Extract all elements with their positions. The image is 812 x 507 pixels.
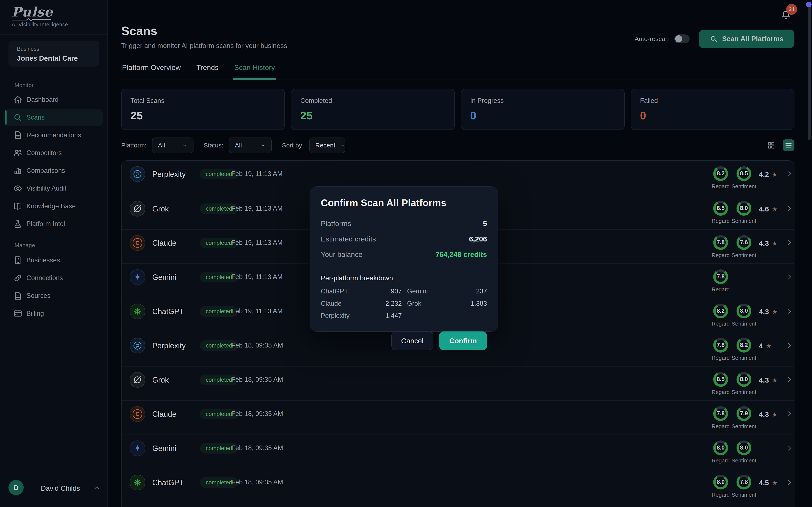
scan-metrics: 8.0Regard7.8Sentiment4.5★ <box>709 469 793 503</box>
chevron-up-icon[interactable] <box>93 485 100 492</box>
scan-metrics: 8.2Regard8.0Sentiment4.3★ <box>709 298 793 332</box>
perplexity-logo-icon <box>130 166 145 182</box>
sidebar-item-label: Recommendations <box>27 131 81 139</box>
star-rating: 4.3★ <box>759 410 784 418</box>
notification-badge[interactable]: 31 <box>786 4 797 15</box>
scan-row[interactable]: ✦GeminicompletedFeb 18, 09:35 AM8.0Regar… <box>121 435 794 469</box>
business-selector[interactable]: Business Jones Dental Care <box>8 41 99 66</box>
gauge-value: 7.8 <box>717 239 725 246</box>
breakdown-platform: Gemini <box>402 287 444 295</box>
modal-row-label: Estimated credits <box>321 235 376 243</box>
sidebar-item-billing[interactable]: Billing <box>0 304 108 322</box>
chevron-right-icon[interactable] <box>785 478 793 487</box>
sidebar-item-label: Businesses <box>27 257 60 264</box>
scan-row[interactable]: GrokcompletedFeb 18, 09:35 AM8.5Regard8.… <box>121 366 794 400</box>
platform-name: ChatGPT <box>152 307 184 316</box>
nav-section-label: Manage <box>14 242 35 249</box>
rating-value: 4.2 <box>759 170 769 178</box>
breakdown-credits: 2,232 <box>359 300 402 307</box>
sidebar-item-label: Dashboard <box>27 96 59 104</box>
page-subtitle: Trigger and monitor AI platform scans fo… <box>121 42 287 50</box>
chevron-right-icon[interactable] <box>785 342 793 350</box>
chevron-right-icon[interactable] <box>785 273 793 282</box>
sentiment-gauge: 7.8Sentiment <box>732 475 756 498</box>
platform-name: Perplexity <box>152 170 186 179</box>
status-filter-value: All <box>235 142 242 149</box>
regard-gauge: 7.8Regard <box>709 269 732 293</box>
gauge-value: 8.5 <box>717 205 725 212</box>
chevron-right-icon[interactable] <box>785 307 793 316</box>
sidebar-item-recommendations[interactable]: Recommendations <box>0 126 108 144</box>
scan-metrics: 8.2Regard8.5Sentiment4.2★ <box>709 161 793 195</box>
user-menu[interactable]: D David Childs <box>0 472 108 507</box>
pulse-logo: Pulse <box>12 4 53 21</box>
scan-date: Feb 18, 09:35 AM <box>231 376 283 383</box>
rating-value: 4.3 <box>759 239 769 247</box>
sidebar-item-label: Platform Intel <box>27 220 65 228</box>
gemini-logo-icon: ✦ <box>130 441 145 456</box>
rating-value: 4.3 <box>759 410 769 418</box>
grid-view-button[interactable] <box>765 139 777 151</box>
scan-metrics: 8.5Regard8.0Sentiment4.3★ <box>709 367 793 401</box>
scan-row[interactable]: ❋ChatGPTcompletedFeb 18, 09:35 AM8.0Rega… <box>121 469 794 503</box>
gauge-value: 8.0 <box>717 479 725 485</box>
platform-name: Claude <box>152 410 176 419</box>
book-icon <box>13 202 22 211</box>
chevron-right-icon[interactable] <box>785 410 793 418</box>
auto-rescan-toggle[interactable] <box>674 35 690 43</box>
sidebar-item-scans[interactable]: Scans <box>0 109 108 126</box>
sidebar-item-comparisons[interactable]: Comparisons <box>0 162 108 180</box>
sidebar-item-visibility-audit[interactable]: Visibility Audit <box>0 180 108 197</box>
scrollbar-thumb[interactable] <box>808 3 811 140</box>
link-icon <box>13 273 22 283</box>
chevron-right-icon[interactable] <box>785 444 793 453</box>
tab-trends[interactable]: Trends <box>196 63 219 79</box>
user-name: David Childs <box>41 485 80 493</box>
scan-all-platforms-button[interactable]: Scan All Platforms <box>699 30 795 48</box>
chevron-right-icon[interactable] <box>785 205 793 213</box>
scan-date: Feb 18, 09:35 AM <box>231 342 283 349</box>
star-icon: ★ <box>772 171 777 178</box>
stat-value: 0 <box>640 109 785 122</box>
chatgpt-logo-icon: ❋ <box>130 303 145 319</box>
star-rating: 4.6★ <box>759 205 784 213</box>
chevron-right-icon[interactable] <box>785 376 793 384</box>
scan-date: Feb 19, 11:13 AM <box>231 239 283 246</box>
gauge-label: Regard <box>712 286 729 293</box>
scan-metrics: 7.8Regard7.6Sentiment4.3★ <box>709 230 793 264</box>
gauge-value: 8.5 <box>717 376 725 383</box>
star-rating: 4★ <box>759 342 784 350</box>
sidebar-item-competitors[interactable]: Competitors <box>0 144 108 162</box>
sidebar-item-knowledge-base[interactable]: Knowledge Base <box>0 197 108 215</box>
chevron-right-icon[interactable] <box>785 239 793 247</box>
gauge-label: Sentiment <box>731 321 756 327</box>
star-rating: 4.3★ <box>759 307 784 316</box>
scan-row[interactable]: CClaudecompletedFeb 18, 09:35 AM7.8Regar… <box>121 400 794 435</box>
claude-logo-icon: C <box>130 235 145 251</box>
sidebar-item-connections[interactable]: Connections <box>0 269 108 287</box>
stat-value: 0 <box>470 109 615 122</box>
sidebar-item-businesses[interactable]: Businesses <box>0 251 108 269</box>
gauge-value: 7.8 <box>717 273 725 280</box>
sidebar-item-sources[interactable]: Sources <box>0 287 108 304</box>
list-view-button[interactable] <box>782 139 795 151</box>
sidebar-item-label: Knowledge Base <box>27 203 76 210</box>
regard-gauge: 7.8Regard <box>709 406 732 430</box>
status-filter-select[interactable]: All <box>229 137 272 153</box>
chevron-right-icon[interactable] <box>785 170 793 178</box>
sidebar-item-dashboard[interactable]: Dashboard <box>0 91 108 109</box>
eye-icon <box>13 184 22 193</box>
cancel-button[interactable]: Cancel <box>392 331 433 350</box>
platform-filter-select[interactable]: All <box>152 137 194 153</box>
gauge-value: 8.0 <box>740 307 748 314</box>
sort-filter-select[interactable]: Recent <box>309 137 345 153</box>
modal-divider <box>321 267 487 267</box>
tab-scan-history[interactable]: Scan History <box>233 63 276 80</box>
search-icon <box>13 113 22 122</box>
stat-card-completed: Completed25 <box>291 89 455 130</box>
stat-value: 25 <box>300 109 445 122</box>
gauge-label: Regard <box>712 218 729 224</box>
tab-platform-overview[interactable]: Platform Overview <box>121 63 182 79</box>
confirm-button[interactable]: Confirm <box>439 331 487 350</box>
sidebar-item-platform-intel[interactable]: Platform Intel <box>0 215 108 233</box>
